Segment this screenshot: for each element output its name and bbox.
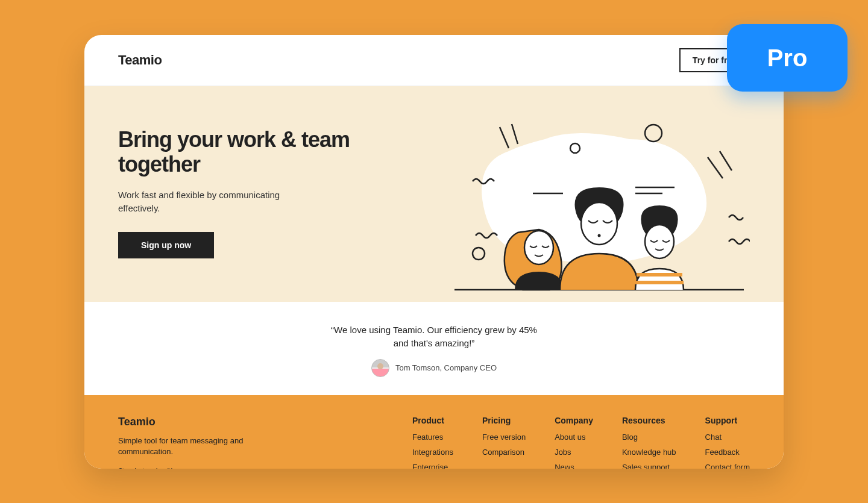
footer-col-title: Company (555, 416, 593, 425)
footer-col-title: Support (705, 416, 750, 425)
footer: Teamio Simple tool for team messaging an… (84, 395, 784, 469)
footer-link[interactable]: Integrations (412, 448, 453, 457)
svg-point-12 (581, 202, 617, 245)
hero-subtitle: Work fast and flexible by communicating … (118, 189, 287, 215)
svg-point-2 (473, 248, 485, 260)
svg-line-5 (708, 157, 723, 178)
footer-link[interactable]: Free version (482, 433, 526, 442)
sign-up-button[interactable]: Sign up now (118, 232, 214, 258)
svg-point-14 (645, 225, 674, 258)
svg-line-6 (720, 151, 732, 170)
svg-point-0 (645, 125, 662, 142)
footer-link[interactable]: About us (555, 433, 593, 442)
logo: Teamio (118, 52, 162, 68)
footer-brand: Teamio (118, 416, 251, 428)
footer-link[interactable]: News (555, 463, 593, 469)
page-card: Teamio Try for free Bring your work & te… (84, 35, 784, 469)
footer-columns: Product Features Integrations Enterprise… (412, 416, 750, 469)
footer-col-pricing: Pricing Free version Comparison (482, 416, 526, 469)
footer-link[interactable]: Feedback (705, 448, 750, 457)
header: Teamio Try for free (84, 35, 784, 86)
footer-col-company: Company About us Jobs News (555, 416, 593, 469)
svg-line-4 (512, 124, 518, 144)
footer-col-title: Resources (622, 416, 676, 425)
footer-col-resources: Resources Blog Knowledge hub Sales suppo… (622, 416, 676, 469)
svg-point-11 (524, 231, 553, 264)
testimonial-author-row: Tom Tomson, Company CEO (84, 359, 784, 377)
testimonial-author: Tom Tomson, Company CEO (395, 363, 497, 372)
footer-col-title: Product (412, 416, 453, 425)
footer-link[interactable]: Blog (622, 433, 676, 442)
footer-link[interactable]: Knowledge hub (622, 448, 676, 457)
testimonial-quote: “We love using Teamio. Our efficiency gr… (326, 323, 542, 351)
footer-col-support: Support Chat Feedback Contact form (705, 416, 750, 469)
pro-badge: Pro (727, 24, 848, 92)
svg-line-3 (500, 127, 509, 148)
avatar-icon (371, 359, 389, 377)
footer-link[interactable]: Chat (705, 433, 750, 442)
footer-col-title: Pricing (482, 416, 526, 425)
footer-link[interactable]: Features (412, 433, 453, 442)
footer-tagline: Simple tool for team messaging and commu… (118, 436, 251, 457)
footer-link[interactable]: Enterprise (412, 463, 453, 469)
footer-link[interactable]: Sales support (622, 463, 676, 469)
hero-title: Bring your work & team together (118, 127, 359, 177)
footer-link[interactable]: Comparison (482, 448, 526, 457)
hero-text: Bring your work & team together Work fas… (118, 116, 359, 302)
footer-link[interactable]: Jobs (555, 448, 593, 457)
footer-link[interactable]: Contact form (705, 463, 750, 469)
svg-point-13 (598, 234, 601, 237)
hero-section: Bring your work & team together Work fas… (84, 86, 784, 302)
footer-left: Teamio Simple tool for team messaging an… (118, 416, 251, 469)
hero-illustration (436, 115, 750, 302)
testimonial-section: “We love using Teamio. Our efficiency gr… (84, 302, 784, 395)
footer-col-product: Product Features Integrations Enterprise (412, 416, 453, 469)
footer-stay-label: Stay in touch with us: (118, 467, 251, 469)
